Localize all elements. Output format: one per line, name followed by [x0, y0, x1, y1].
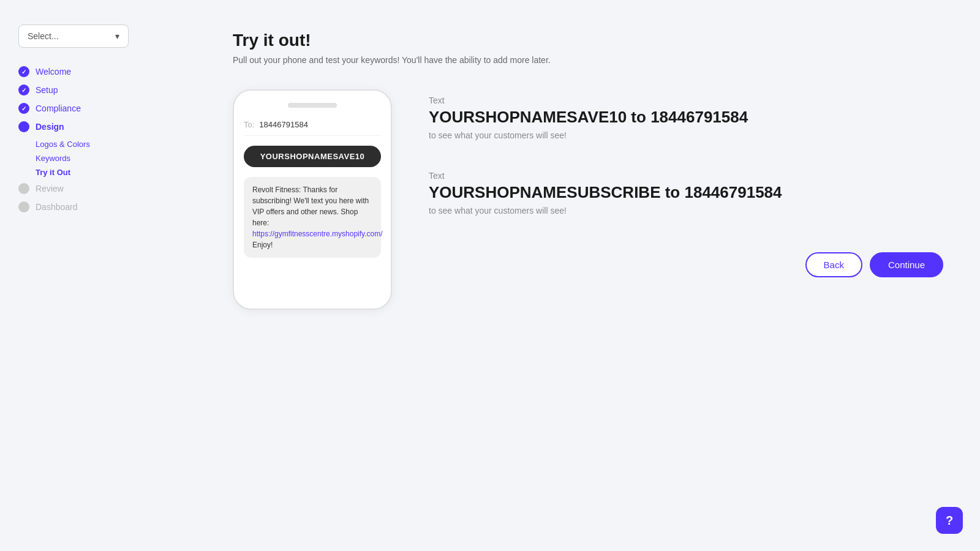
sidebar-label-keywords: Keywords: [36, 154, 70, 163]
instruction-block-2: Text YOURSHOPNAMESUBSCRIBE to 1844679158…: [429, 171, 943, 216]
nav-list: Welcome Setup Compliance Design Logos & …: [18, 62, 178, 216]
sidebar-item-design[interactable]: Design: [18, 118, 178, 136]
sidebar-item-try-it-out[interactable]: Try it Out: [36, 165, 178, 179]
back-button[interactable]: Back: [805, 252, 862, 277]
reply-text-post: Enjoy!: [252, 241, 273, 249]
sidebar-label-design: Design: [36, 122, 64, 132]
reply-link: https://gymfitnesscentre.myshopify.com/: [252, 230, 383, 238]
sidebar: Select... ▾ Welcome Setup Compliance: [0, 0, 196, 551]
instruction-main-2: YOURSHOPNAMESUBSCRIBE to 18446791584: [429, 183, 943, 202]
instruction-block-1: Text YOURSHOPNAMESAVE10 to 18446791584 t…: [429, 96, 943, 140]
page-subtitle: Pull out your phone and test your keywor…: [233, 55, 943, 65]
content-area: To: 18446791584 YOURSHOPNAMESAVE10 Revol…: [233, 89, 943, 310]
phone-to-row: To: 18446791584: [244, 120, 381, 136]
sidebar-label-dashboard: Dashboard: [36, 202, 78, 212]
phone-to-label: To:: [244, 120, 254, 129]
sidebar-item-logos-colors[interactable]: Logos & Colors: [36, 137, 178, 151]
continue-button[interactable]: Continue: [870, 252, 943, 277]
sidebar-item-setup[interactable]: Setup: [18, 81, 178, 99]
instruction-sub-1: to see what your customers will see!: [429, 130, 943, 140]
page-title: Try it out!: [233, 31, 943, 50]
reply-bubble: Revolt Fitness: Thanks for subscribing! …: [244, 177, 381, 258]
sidebar-label-logos-colors: Logos & Colors: [36, 140, 90, 149]
keyword-bubble: YOURSHOPNAMESAVE10: [244, 146, 381, 167]
check-icon-compliance: [18, 103, 29, 114]
dot-icon-review: [18, 183, 29, 194]
check-icon-setup: [18, 84, 29, 96]
bottom-buttons: Back Continue: [429, 252, 943, 277]
help-button[interactable]: ?: [936, 507, 963, 534]
select-placeholder: Select...: [28, 31, 59, 41]
phone-number: 18446791584: [259, 120, 308, 129]
sidebar-item-welcome[interactable]: Welcome: [18, 62, 178, 81]
sidebar-item-dashboard[interactable]: Dashboard: [18, 198, 178, 216]
main-content: Try it out! Pull out your phone and test…: [196, 0, 980, 551]
sidebar-label-compliance: Compliance: [36, 103, 81, 113]
select-dropdown[interactable]: Select... ▾: [18, 24, 129, 48]
instructions-panel: Text YOURSHOPNAMESAVE10 to 18446791584 t…: [429, 89, 943, 277]
sidebar-item-keywords[interactable]: Keywords: [36, 151, 178, 165]
sidebar-label-setup: Setup: [36, 85, 58, 95]
check-icon-welcome: [18, 66, 29, 77]
chevron-down-icon: ▾: [115, 31, 119, 41]
sub-nav-design: Logos & Colors Keywords Try it Out: [36, 137, 178, 179]
sidebar-item-compliance[interactable]: Compliance: [18, 99, 178, 118]
instruction-label-2: Text: [429, 171, 943, 181]
sidebar-label-review: Review: [36, 184, 64, 193]
sidebar-item-review[interactable]: Review: [18, 179, 178, 198]
reply-text-pre: Revolt Fitness: Thanks for subscribing! …: [252, 186, 369, 227]
instruction-main-1: YOURSHOPNAMESAVE10 to 18446791584: [429, 108, 943, 127]
help-icon: ?: [946, 514, 953, 528]
instruction-sub-2: to see what your customers will see!: [429, 206, 943, 216]
phone-notch: [288, 103, 337, 108]
dot-icon-dashboard: [18, 201, 29, 212]
sidebar-label-try-it-out: Try it Out: [36, 168, 70, 177]
instruction-label-1: Text: [429, 96, 943, 105]
phone-mockup: To: 18446791584 YOURSHOPNAMESAVE10 Revol…: [233, 89, 392, 310]
dot-icon-design: [18, 121, 29, 132]
sidebar-label-welcome: Welcome: [36, 67, 71, 77]
